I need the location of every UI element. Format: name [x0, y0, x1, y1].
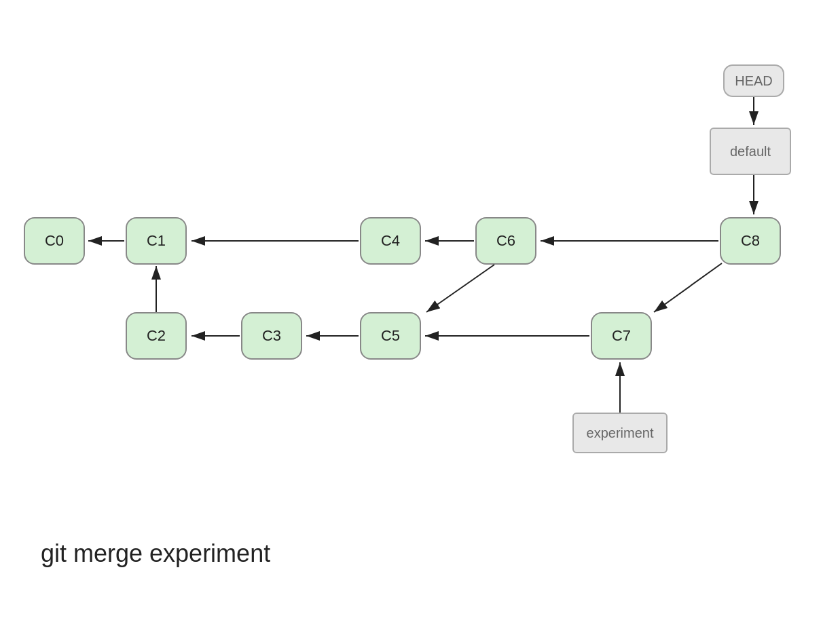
commit-c4: C4	[360, 217, 421, 265]
commit-c1: C1	[126, 217, 187, 265]
commit-c0: C0	[24, 217, 85, 265]
commit-c5: C5	[360, 312, 421, 360]
bottom-caption: git merge experiment	[41, 539, 270, 568]
commit-c2: C2	[126, 312, 187, 360]
commit-c8: C8	[720, 217, 781, 265]
commit-c6: C6	[475, 217, 536, 265]
commit-c3: C3	[241, 312, 302, 360]
diagram-arrows	[0, 0, 840, 629]
experiment-label: experiment	[572, 413, 668, 453]
svg-line-7	[654, 263, 722, 312]
svg-line-8	[426, 265, 494, 312]
commit-c7: C7	[591, 312, 652, 360]
default-label: default	[710, 128, 791, 175]
head-label: HEAD	[723, 64, 784, 97]
